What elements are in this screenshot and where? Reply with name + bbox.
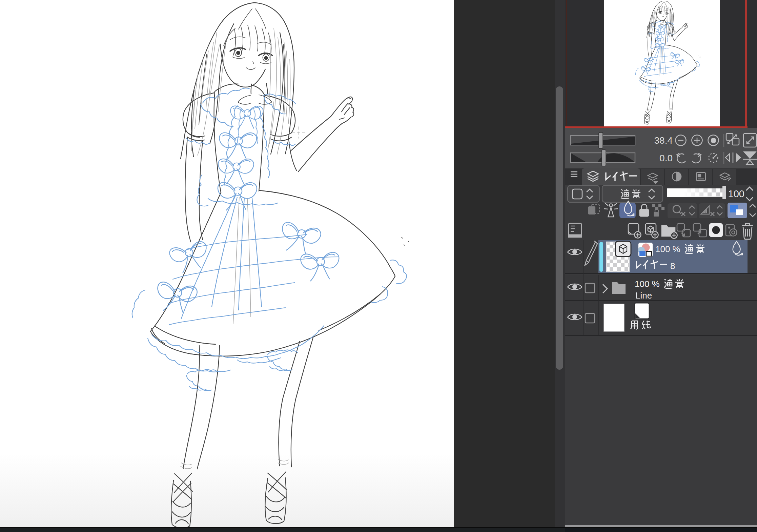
svg-text:0.0: 0.0 <box>659 153 673 163</box>
svg-text:38.4: 38.4 <box>654 135 673 146</box>
svg-text:8: 8 <box>670 261 675 271</box>
svg-text:100 %: 100 % <box>635 279 660 289</box>
svg-text:100: 100 <box>728 188 744 199</box>
svg-text:100 %: 100 % <box>655 244 680 254</box>
svg-text:Line: Line <box>635 290 652 301</box>
